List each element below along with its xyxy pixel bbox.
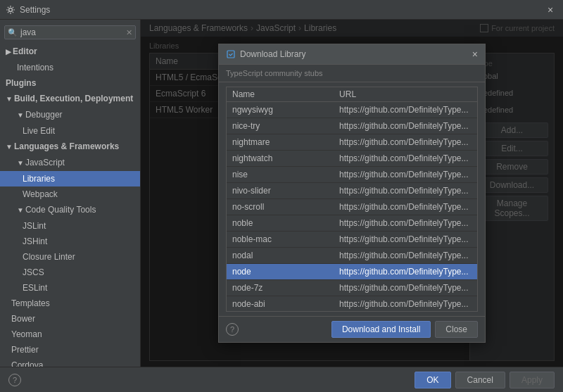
modal-row-url: https://github.com/DefinitelyType... bbox=[334, 102, 477, 118]
clear-icon[interactable]: ✕ bbox=[126, 28, 132, 37]
cancel-button[interactable]: Cancel bbox=[455, 372, 505, 388]
modal-row-name: nightwatch bbox=[227, 151, 334, 167]
sidebar-item-languages[interactable]: ▼Languages & Frameworks bbox=[0, 139, 140, 155]
modal-subtitle: TypeScript community stubs bbox=[219, 65, 485, 82]
modal-row-url: https://github.com/DefinitelyType... bbox=[334, 199, 477, 215]
modal-row-url: https://github.com/DefinitelyType... bbox=[334, 118, 477, 134]
modal-row[interactable]: node-abihttps://github.com/DefinitelyTyp… bbox=[227, 296, 477, 312]
sidebar-item-yeoman[interactable]: Yeoman bbox=[0, 327, 140, 342]
sidebar-item-javascript[interactable]: ▼JavaScript bbox=[0, 155, 140, 171]
modal-row-url: https://github.com/DefinitelyType... bbox=[334, 264, 477, 280]
settings-icon bbox=[6, 5, 15, 15]
modal-row-name: nightmare bbox=[227, 134, 334, 151]
search-box[interactable]: 🔍 ✕ bbox=[4, 25, 136, 39]
modal-row-url: https://github.com/DefinitelyType... bbox=[334, 248, 477, 264]
modal-row-url: https://github.com/DefinitelyType... bbox=[334, 232, 477, 248]
sidebar-item-jscs[interactable]: JSCS bbox=[0, 265, 140, 280]
sidebar-item-live-edit[interactable]: Live Edit bbox=[0, 123, 140, 139]
sidebar-item-webpack[interactable]: Webpack bbox=[0, 186, 140, 202]
sidebar-item-jshint[interactable]: JSHint bbox=[0, 234, 140, 249]
modal-row-name: node-7z bbox=[227, 280, 334, 296]
sidebar-item-bower[interactable]: Bower bbox=[0, 311, 140, 327]
arrow-icon: ▼ bbox=[6, 141, 13, 153]
modal-close-button[interactable]: Close bbox=[435, 321, 478, 338]
modal-row-name: nise bbox=[227, 167, 334, 183]
modal-row[interactable]: nivo-sliderhttps://github.com/Definitely… bbox=[227, 183, 477, 199]
sidebar-item-code-quality[interactable]: ▼Code Quality Tools bbox=[0, 202, 140, 218]
modal-footer: ? Download and Install Close bbox=[219, 316, 485, 342]
modal-table-area[interactable]: Name URL ngwysiwyghttps://github.com/Def… bbox=[226, 87, 478, 312]
sidebar-item-build[interactable]: ▼Build, Execution, Deployment bbox=[0, 91, 140, 107]
modal-row-name: nodal bbox=[227, 248, 334, 264]
sidebar-item-debugger[interactable]: ▼Debugger bbox=[0, 107, 140, 123]
modal-row-url: https://github.com/DefinitelyType... bbox=[334, 151, 477, 167]
ok-button[interactable]: OK bbox=[415, 372, 450, 388]
modal-col-name: Name bbox=[227, 87, 334, 102]
search-icon: 🔍 bbox=[8, 28, 18, 37]
main-layout: 🔍 ✕ ▶Editor Intentions Plugins ▼Build, E… bbox=[0, 20, 563, 367]
modal-table: Name URL ngwysiwyghttps://github.com/Def… bbox=[227, 87, 477, 312]
bottom-bar: ? OK Cancel Apply bbox=[0, 367, 563, 392]
sidebar-item-libraries[interactable]: Libraries bbox=[0, 171, 140, 186]
sidebar: 🔍 ✕ ▶Editor Intentions Plugins ▼Build, E… bbox=[0, 20, 141, 367]
modal-help-button[interactable]: ? bbox=[226, 323, 239, 336]
modal-row[interactable]: node-7zhttps://github.com/DefinitelyType… bbox=[227, 280, 477, 296]
sidebar-item-intentions[interactable]: Intentions bbox=[0, 60, 140, 75]
modal-row-name: noble bbox=[227, 215, 334, 232]
modal-row-url: https://github.com/DefinitelyType... bbox=[334, 280, 477, 296]
modal-row-name: node-abi bbox=[227, 296, 334, 312]
modal-row-name: noble-mac bbox=[227, 232, 334, 248]
modal-row-url: https://github.com/DefinitelyType... bbox=[334, 167, 477, 183]
sidebar-item-templates[interactable]: Templates bbox=[0, 296, 140, 311]
sidebar-item-editor[interactable]: ▶Editor bbox=[0, 44, 140, 60]
modal-row[interactable]: nodalhttps://github.com/DefinitelyType..… bbox=[227, 248, 477, 264]
sidebar-item-closure-linter[interactable]: Closure Linter bbox=[0, 249, 140, 265]
modal-row-name: nice-try bbox=[227, 118, 334, 134]
svg-point-0 bbox=[9, 8, 13, 11]
modal-row[interactable]: nightwatchhttps://github.com/DefinitelyT… bbox=[227, 151, 477, 167]
sidebar-item-eslint[interactable]: ESLint bbox=[0, 280, 140, 296]
modal-row-name: nivo-slider bbox=[227, 183, 334, 199]
modal-icon bbox=[226, 49, 236, 59]
help-button[interactable]: ? bbox=[8, 374, 21, 386]
title-bar-text: Settings bbox=[20, 5, 50, 15]
arrow-icon: ▼ bbox=[17, 204, 24, 217]
modal-row[interactable]: nisehttps://github.com/DefinitelyType... bbox=[227, 167, 477, 183]
title-bar: Settings × bbox=[0, 0, 563, 20]
content-area: Languages & Frameworks › JavaScript › Li… bbox=[141, 20, 563, 367]
sidebar-item-jslint[interactable]: JSLint bbox=[0, 218, 140, 234]
arrow-icon: ▼ bbox=[6, 93, 13, 106]
sidebar-item-plugins[interactable]: Plugins bbox=[0, 75, 140, 91]
arrow-icon: ▼ bbox=[17, 109, 24, 122]
modal-row-name: ngwysiwyg bbox=[227, 102, 334, 118]
modal-row-url: https://github.com/DefinitelyType... bbox=[334, 215, 477, 232]
modal-row-name: no-scroll bbox=[227, 199, 334, 215]
search-input[interactable] bbox=[20, 27, 119, 37]
modal-row-url: https://github.com/DefinitelyType... bbox=[334, 183, 477, 199]
close-icon[interactable]: × bbox=[543, 3, 557, 17]
modal-row[interactable]: noble-machttps://github.com/DefinitelyTy… bbox=[227, 232, 477, 248]
modal-title: Download Library bbox=[240, 49, 472, 59]
modal-row-url: https://github.com/DefinitelyType... bbox=[334, 134, 477, 151]
modal-title-bar: Download Library × bbox=[219, 44, 485, 65]
svg-rect-1 bbox=[227, 51, 234, 58]
modal-row[interactable]: noblehttps://github.com/DefinitelyType..… bbox=[227, 215, 477, 232]
modal-row-url: https://github.com/DefinitelyType... bbox=[334, 296, 477, 312]
download-install-button[interactable]: Download and Install bbox=[331, 321, 431, 338]
arrow-icon: ▼ bbox=[17, 157, 24, 170]
modal-col-url: URL bbox=[334, 87, 477, 102]
modal-row[interactable]: nice-tryhttps://github.com/DefinitelyTyp… bbox=[227, 118, 477, 134]
download-library-modal: Download Library × TypeScript community … bbox=[218, 44, 486, 343]
apply-button[interactable]: Apply bbox=[510, 372, 555, 388]
modal-row[interactable]: ngwysiwyghttps://github.com/DefinitelyTy… bbox=[227, 102, 477, 118]
modal-row[interactable]: no-scrollhttps://github.com/DefinitelyTy… bbox=[227, 199, 477, 215]
sidebar-item-prettier[interactable]: Prettier bbox=[0, 342, 140, 358]
modal-overlay: Download Library × TypeScript community … bbox=[141, 20, 563, 367]
modal-row[interactable]: nodehttps://github.com/DefinitelyType... bbox=[227, 264, 477, 280]
modal-row-name: node bbox=[227, 264, 334, 280]
sidebar-item-cordova[interactable]: Cordova bbox=[0, 358, 140, 367]
modal-close-icon[interactable]: × bbox=[472, 49, 478, 60]
modal-row[interactable]: nightmarehttps://github.com/DefinitelyTy… bbox=[227, 134, 477, 151]
arrow-icon: ▶ bbox=[6, 46, 11, 58]
